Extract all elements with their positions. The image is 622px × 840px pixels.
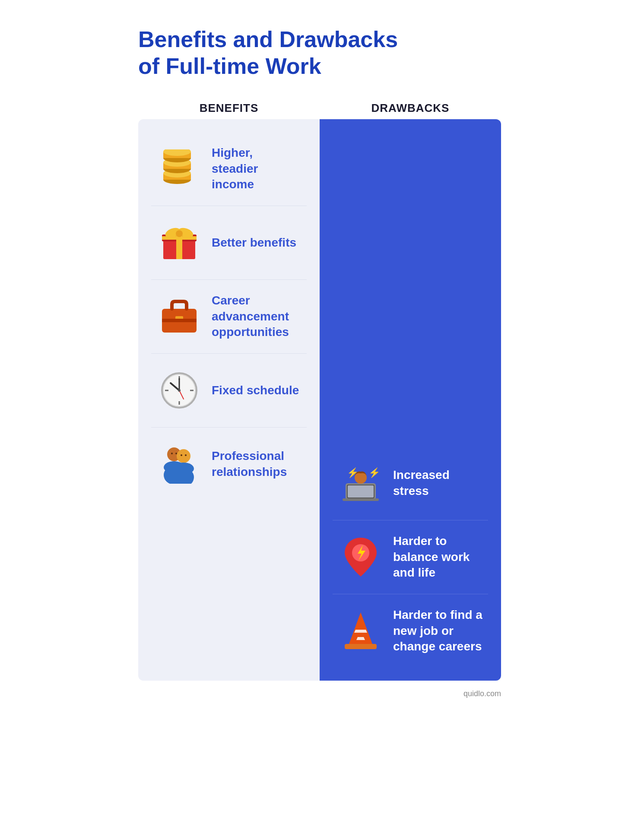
benefit-item-income: Higher, steadier income	[151, 132, 307, 206]
benefit-benefits-text: Better benefits	[212, 235, 296, 250]
footer-credit: quidlo.com	[138, 689, 501, 698]
benefit-schedule-text: Fixed schedule	[212, 383, 299, 398]
svg-point-37	[181, 454, 182, 456]
benefit-income-text: Higher, steadier income	[212, 145, 302, 192]
drawback-item-balance: Harder to balance work and life	[333, 520, 488, 594]
people-icon	[156, 441, 203, 488]
drawback-stress-text: Increased stress	[393, 467, 484, 499]
drawback-item-career-change: Harder to find a new job or change caree…	[333, 594, 488, 668]
svg-point-15	[176, 230, 183, 237]
benefit-item-professional: Professional relationships	[151, 428, 307, 501]
svg-rect-47	[345, 644, 377, 649]
svg-rect-18	[162, 319, 197, 322]
benefit-professional-text: Professional relationships	[212, 448, 302, 480]
drawback-spacer	[333, 132, 488, 447]
benefit-item-benefits: Better benefits	[151, 206, 307, 280]
drawback-item-stress: ⚡ ⚡ Increased stress	[333, 447, 488, 520]
drawbacks-column: ⚡ ⚡ Increased stress	[320, 119, 501, 681]
svg-rect-41	[343, 498, 379, 501]
gift-icon	[156, 219, 203, 266]
benefit-career-text: Career advancement opportunities	[212, 293, 302, 340]
svg-point-35	[171, 453, 173, 454]
svg-point-36	[175, 453, 177, 454]
svg-text:⚡: ⚡	[368, 467, 381, 479]
drawbacks-header: DRAWBACKS	[320, 101, 501, 115]
briefcase-icon	[156, 293, 203, 340]
columns-container: Higher, steadier income	[138, 119, 501, 681]
coins-icon	[156, 145, 203, 193]
benefit-item-career: Career advancement opportunities	[151, 280, 307, 354]
drawback-balance-text: Harder to balance work and life	[393, 533, 484, 580]
cone-icon	[337, 607, 384, 655]
svg-text:⚡: ⚡	[347, 467, 359, 479]
benefits-column: Higher, steadier income	[138, 119, 320, 681]
svg-point-38	[185, 454, 187, 456]
drawback-career-change-text: Harder to find a new job or change caree…	[393, 607, 484, 654]
columns-header: BENEFITS DRAWBACKS	[138, 101, 501, 115]
page-wrapper: Benefits and Drawbacks of Full-time Work…	[104, 0, 518, 724]
benefits-header: BENEFITS	[138, 101, 320, 115]
svg-point-28	[178, 389, 181, 392]
svg-point-34	[173, 463, 194, 475]
stress-icon: ⚡ ⚡	[337, 460, 384, 507]
main-title: Benefits and Drawbacks of Full-time Work	[138, 26, 501, 80]
svg-rect-42	[348, 485, 374, 498]
svg-point-32	[177, 449, 190, 463]
benefit-item-schedule: Fixed schedule	[151, 354, 307, 428]
clock-icon	[156, 367, 203, 414]
location-icon	[337, 533, 384, 581]
